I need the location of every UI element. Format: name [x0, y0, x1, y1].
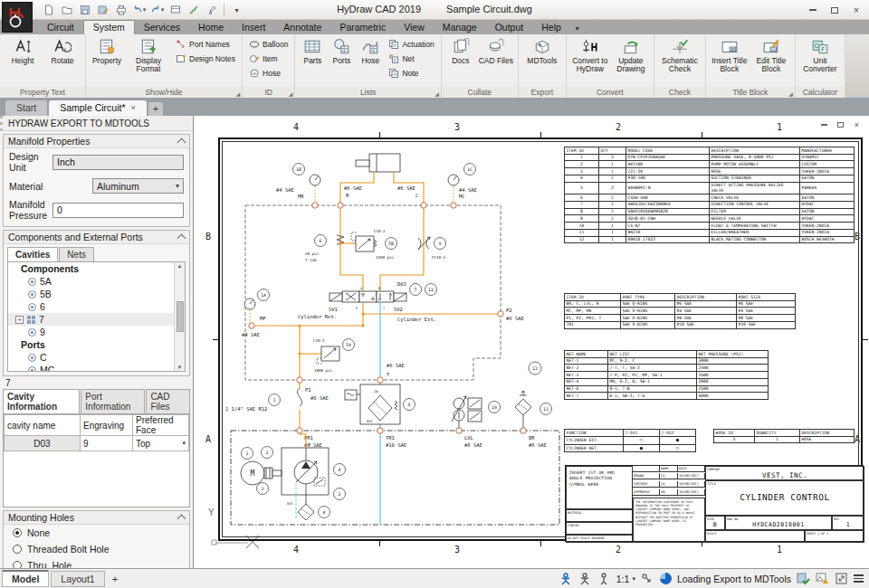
drawing-sheet[interactable]: 1B 1C 1A #4 SAE MR #6 SAE R #6 SAE	[218, 138, 863, 541]
section-header[interactable]: Mounting Holes	[4, 511, 189, 525]
annotation-visibility-icon[interactable]	[641, 572, 654, 585]
hose-list-button[interactable]: Hose	[356, 36, 385, 86]
edit-title-block-button[interactable]: Edit Title Block	[750, 36, 792, 86]
isolate-objects-icon[interactable]	[559, 572, 573, 585]
layout1-tab[interactable]: Layout1	[51, 571, 104, 587]
hydraw-logo[interactable]	[2, 2, 33, 33]
tab-cavities[interactable]: Cavities	[7, 247, 58, 261]
hide-objects-icon[interactable]	[578, 572, 592, 585]
c-net-line[interactable]	[380, 205, 424, 291]
plot-button[interactable]	[112, 2, 129, 18]
ribbon-tab-annotate[interactable]: Annotate	[274, 21, 330, 34]
collapse-chevron-icon[interactable]	[177, 138, 186, 147]
cad-files-button[interactable]: CAD Files	[477, 36, 515, 86]
close-button[interactable]: ×	[846, 3, 866, 17]
insert-title-block-button[interactable]: Insert Title Block	[709, 36, 750, 86]
design-unit-field[interactable]	[53, 155, 184, 170]
check-valve-6[interactable]: 6 20 psi T-13A	[305, 235, 344, 263]
annotation-scale-control[interactable]: 1:1 ▾	[616, 574, 635, 584]
ribbon-tab-output[interactable]: Output	[486, 21, 533, 34]
ribbon-tab-help[interactable]: Help	[532, 21, 570, 34]
tab-port-information[interactable]: Port Information	[81, 389, 145, 413]
relief-valve-5b[interactable]: C10-2 5B 2500 psi	[340, 229, 397, 260]
tree-scrollbar[interactable]: ▲ ▼	[174, 262, 185, 371]
new-layout-button[interactable]: +	[105, 574, 125, 584]
material-dropdown[interactable]: Aluminum▾	[92, 178, 184, 194]
note-list-button[interactable]: Note	[387, 67, 435, 80]
customization-menu-icon[interactable]	[854, 574, 864, 583]
unit-converter-button[interactable]: CF Unit Converter	[798, 36, 842, 86]
tree-item-9[interactable]: 9	[8, 326, 185, 338]
maximize-button[interactable]	[825, 3, 845, 17]
tab-close-icon[interactable]: ×	[131, 103, 136, 112]
relief-valve-5a[interactable]: C10-2 5A 1000 psi	[300, 338, 355, 373]
end-isolation-icon[interactable]	[597, 572, 611, 585]
qat-overflow-button[interactable]: ▾	[228, 2, 245, 18]
minimize-button[interactable]	[803, 3, 823, 17]
tree-item-5b[interactable]: 5B	[8, 288, 185, 300]
tree-group-components[interactable]: Components	[8, 262, 185, 275]
tree-item-7[interactable]: +7	[8, 313, 185, 326]
tree-item-mc[interactable]: MC	[8, 364, 185, 372]
ribbon-tab-services[interactable]: Services	[135, 21, 189, 34]
workspace-button[interactable]	[167, 2, 184, 18]
dialog-launcher-icon[interactable]: ◢	[289, 90, 293, 97]
undo-button[interactable]: ▾	[130, 2, 148, 18]
measure-button[interactable]	[185, 2, 202, 18]
balloon-id-button[interactable]: Balloon	[247, 38, 290, 51]
save-as-button[interactable]	[94, 2, 111, 18]
ribbon-options-dropdown[interactable]: ▾	[570, 23, 585, 34]
ribbon-tab-insert[interactable]: Insert	[233, 21, 274, 34]
tab-cavity-information[interactable]: Cavity Information	[3, 389, 80, 413]
tree-group-ports[interactable]: Ports	[8, 338, 185, 351]
ribbon-tab-system[interactable]: System	[83, 20, 135, 34]
fullscreen-icon[interactable]	[835, 572, 848, 585]
tab-cad-files[interactable]: CAD Files	[146, 389, 190, 413]
dialog-launcher-icon[interactable]: ◢	[235, 90, 240, 97]
ribbon-tab-parametric[interactable]: Parametric	[330, 21, 395, 34]
undo-dropdown[interactable]: ▾	[143, 6, 147, 14]
flow-control-9[interactable]: 9 FC10-2	[418, 237, 446, 260]
mdtools-button[interactable]: MDTools	[521, 36, 563, 86]
actuation-list-button[interactable]: Actuation	[387, 38, 435, 51]
new-file-button[interactable]	[40, 2, 57, 18]
dialog-launcher-icon[interactable]: ◢	[788, 90, 793, 97]
radio-threaded-bolt-hole[interactable]: Threaded Bolt Hole	[4, 541, 189, 557]
parts-list-button[interactable]: Parts	[298, 36, 327, 86]
pump-motor-assembly-2[interactable]: M P 1 2 3 4 2	[241, 431, 346, 519]
dialog-launcher-icon[interactable]: ◢	[434, 90, 439, 97]
schematic-ports[interactable]	[249, 203, 526, 433]
net-balloon-13[interactable]: 13	[529, 362, 541, 375]
manifold-pressure-field[interactable]	[53, 203, 184, 218]
cylinder-symbol[interactable]	[340, 154, 424, 205]
scrollbar-thumb[interactable]	[177, 301, 184, 332]
section-header[interactable]: Manifold Properties	[4, 135, 189, 148]
float-temperature-switch-10[interactable]: 10	[452, 396, 501, 431]
ribbon-tab-manage[interactable]: Manage	[434, 21, 486, 34]
scroll-down-icon[interactable]: ▼	[177, 365, 183, 370]
redo-dropdown[interactable]: ▾	[161, 6, 165, 14]
preferred-face-cell[interactable]: Top▾	[133, 436, 189, 451]
doc-restore-button[interactable]	[836, 120, 845, 129]
expand-icon[interactable]: +	[15, 316, 24, 324]
suction-strainer-4[interactable]: OUT 4	[287, 502, 330, 520]
new-tab-button[interactable]: +	[148, 102, 163, 116]
match-properties-button[interactable]	[203, 2, 220, 18]
net-list-button[interactable]: Net	[387, 52, 435, 65]
tree-item-c[interactable]: C	[8, 351, 185, 364]
component-tree[interactable]: Components 5A 5B 6 +7 9 Ports C MC MP ▲ …	[7, 261, 186, 372]
section-header[interactable]: Components and External Ports	[4, 231, 189, 244]
convert-to-hydraw-button[interactable]: Convert to HyDraw	[569, 36, 611, 86]
drawing-canvas[interactable]: × 4 3 2 1 4 3 2 1 B B A A Y	[194, 116, 869, 568]
tree-item-6[interactable]: 6	[8, 300, 185, 313]
update-drawing-button[interactable]: Update Drawing	[611, 36, 651, 86]
performance-warning-icon[interactable]	[816, 572, 829, 585]
rotate-button[interactable]: Rotate	[43, 36, 82, 86]
chevron-down-icon[interactable]: ▾	[182, 440, 186, 447]
hose-3[interactable]: 3 1 1/4" SAE R12	[225, 380, 302, 431]
cavity-row[interactable]: D03 9 Top▾	[5, 436, 189, 451]
hose-id-button[interactable]: HIHose	[247, 67, 290, 80]
save-status-icon[interactable]	[797, 572, 810, 585]
tree-item-5a[interactable]: 5A	[8, 275, 185, 288]
docs-button[interactable]: Docs	[444, 36, 477, 86]
